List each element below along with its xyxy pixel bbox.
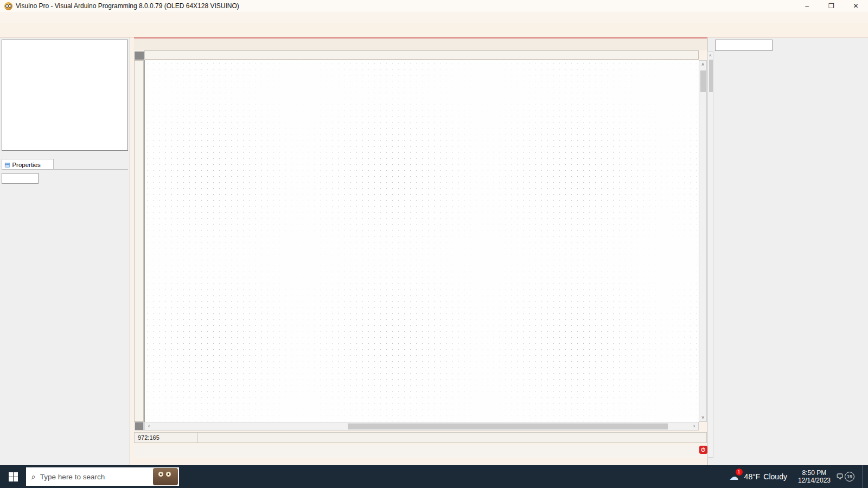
- close-button[interactable]: ✕: [844, 0, 868, 12]
- h-scrollbar[interactable]: ‹ ›: [144, 422, 699, 431]
- properties-icon: ▤: [4, 161, 10, 168]
- canvas-tab-bar: [134, 37, 707, 50]
- show-desktop-button[interactable]: [862, 465, 865, 488]
- notification-center[interactable]: 🗨19: [836, 472, 854, 481]
- taskbar-search[interactable]: ⌕ Type here to search: [26, 467, 179, 486]
- minimize-button[interactable]: –: [795, 0, 819, 12]
- menu-bar: [0, 12, 868, 23]
- scroll-corner: [135, 422, 144, 431]
- properties-label: Properties: [12, 162, 40, 168]
- window-title: Visuino Pro - Visual Arduino Programming…: [16, 2, 239, 10]
- weather-text[interactable]: 48°FCloudy: [744, 472, 787, 481]
- toolbox-header: [715, 39, 868, 51]
- ruler-top: [144, 50, 699, 60]
- properties-filter-input[interactable]: [2, 173, 39, 184]
- status-bar: 972:165: [134, 432, 707, 443]
- design-canvas[interactable]: [144, 60, 699, 422]
- app-icon: [4, 2, 12, 10]
- title-bar: Visuino Pro - Visual Arduino Programming…: [0, 0, 868, 12]
- bottom-tab-bar: [134, 445, 707, 458]
- ruler-corner: [135, 52, 144, 60]
- toolbox-panel: [707, 37, 868, 465]
- toolbox-search-input[interactable]: [715, 40, 773, 51]
- annotations-layer: [145, 60, 699, 422]
- maximize-button[interactable]: ❐: [819, 0, 844, 12]
- toolbar: [0, 23, 868, 37]
- cursor-position: 972:165: [135, 433, 198, 442]
- wires-layer: [145, 60, 699, 422]
- v-scrollbar[interactable]: ˄ ˅: [699, 60, 707, 422]
- search-placeholder: Type here to search: [40, 473, 105, 481]
- weather-icon[interactable]: ☁1: [730, 471, 739, 483]
- start-button[interactable]: [0, 465, 26, 488]
- taskbar: ⌕ Type here to search ☁1 48°FCloudy 8:50…: [0, 465, 868, 488]
- search-icon: ⌕: [31, 472, 36, 481]
- properties-tab[interactable]: ▤ Properties: [2, 159, 54, 170]
- search-highlight-image[interactable]: [153, 468, 178, 485]
- stop-button[interactable]: ⏻: [699, 446, 707, 454]
- taskbar-clock[interactable]: 8:50 PM12/14/2023: [798, 469, 831, 484]
- left-panel: ▤ Properties: [0, 37, 130, 465]
- overview-minimap[interactable]: [2, 40, 128, 151]
- ruler-left: [134, 60, 144, 422]
- toolbox-scrollbar[interactable]: ˄: [707, 52, 713, 458]
